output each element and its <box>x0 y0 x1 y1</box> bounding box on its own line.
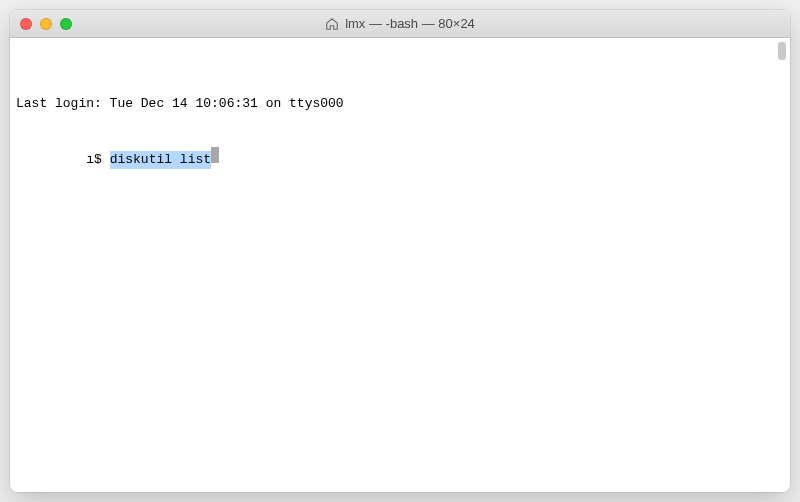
last-login-line: Last login: Tue Dec 14 10:06:31 on ttys0… <box>16 95 784 113</box>
zoom-icon[interactable] <box>60 18 72 30</box>
home-icon <box>325 17 339 31</box>
prompt-line: ı$ diskutil list <box>16 147 784 169</box>
close-icon[interactable] <box>20 18 32 30</box>
titlebar[interactable]: lmx — -bash — 80×24 <box>10 10 790 38</box>
cursor-icon <box>211 147 219 163</box>
minimize-icon[interactable] <box>40 18 52 30</box>
command-text[interactable]: diskutil list <box>110 151 211 169</box>
traffic-lights <box>10 18 72 30</box>
prompt-prefix: ı$ <box>16 151 110 169</box>
terminal-window: lmx — -bash — 80×24 Last login: Tue Dec … <box>10 10 790 492</box>
terminal-body[interactable]: Last login: Tue Dec 14 10:06:31 on ttys0… <box>10 38 790 492</box>
window-title: lmx — -bash — 80×24 <box>345 16 475 31</box>
scrollbar-thumb[interactable] <box>778 42 786 60</box>
window-title-wrap: lmx — -bash — 80×24 <box>10 16 790 31</box>
